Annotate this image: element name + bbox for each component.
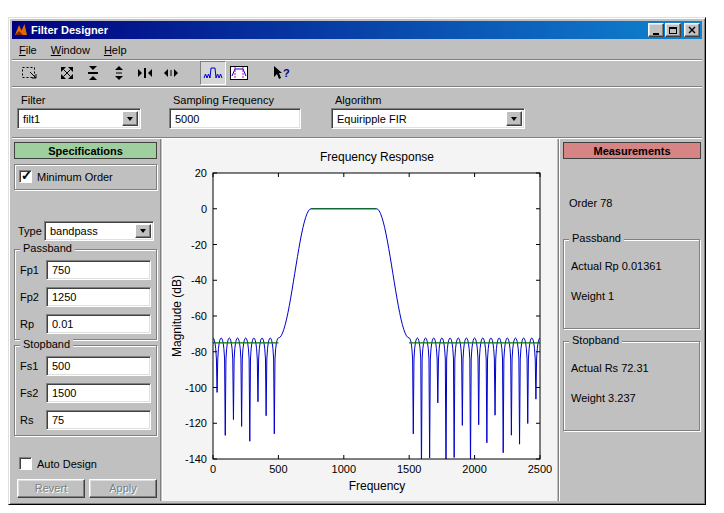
- stopband-weight-value: Weight 3.237: [571, 392, 636, 404]
- measurements-stopband-groupbox: Stopband Actual Rs 72.31 Weight 3.237: [563, 341, 700, 431]
- fp1-label: Fp1: [20, 264, 39, 276]
- passband-weight-value: Weight 1: [571, 290, 614, 302]
- chevron-down-icon: [127, 117, 133, 121]
- svg-text:0: 0: [210, 463, 216, 475]
- toolbar: ?: [12, 59, 702, 87]
- chart-title: Frequency Response: [320, 150, 434, 164]
- rs-input[interactable]: [46, 410, 151, 430]
- svg-text:20: 20: [195, 167, 207, 179]
- svg-text:-40: -40: [191, 274, 207, 286]
- rp-label: Rp: [20, 318, 34, 330]
- window-title: Filter Designer: [31, 24, 108, 36]
- fp2-label: Fp2: [20, 291, 39, 303]
- fs1-label: Fs1: [20, 360, 38, 372]
- svg-text:-20: -20: [191, 239, 207, 251]
- marquee-zoom-button[interactable]: [18, 61, 44, 85]
- passband-group-label: Passband: [20, 242, 75, 254]
- matlab-logo-icon: [14, 23, 28, 37]
- passband-view-icon: [229, 65, 249, 81]
- fp1-input[interactable]: [46, 260, 151, 280]
- type-label: Type: [18, 225, 42, 237]
- passband-view-button[interactable]: [226, 61, 252, 85]
- main-area: Specifications Minimum Order Type bandpa…: [12, 137, 702, 501]
- close-icon: [688, 26, 696, 34]
- svg-text:-60: -60: [191, 310, 207, 322]
- measurements-panel: Measurements Order 78 Passband Actual Rp…: [558, 139, 704, 501]
- sampling-frequency-label: Sampling Frequency: [173, 94, 274, 106]
- zoom-out-x-icon: [137, 65, 153, 81]
- chart-ylabel: Magnitude (dB): [170, 275, 184, 357]
- filter-dropdown-value: filt1: [18, 113, 120, 125]
- frequency-response-view-button[interactable]: [200, 61, 226, 85]
- measurements-stopband-label: Stopband: [569, 334, 622, 346]
- svg-text:2000: 2000: [462, 463, 486, 475]
- measurements-passband-groupbox: Passband Actual Rp 0.01361 Weight 1: [563, 239, 700, 329]
- zoom-out-x-button[interactable]: [132, 61, 158, 85]
- full-view-button[interactable]: [54, 61, 80, 85]
- measurements-passband-label: Passband: [569, 232, 624, 244]
- fp2-input[interactable]: [46, 287, 151, 307]
- zoom-out-y-icon: [85, 65, 101, 81]
- type-dropdown-value: bandpass: [45, 225, 133, 237]
- svg-text:1000: 1000: [332, 463, 356, 475]
- fs2-input[interactable]: [46, 383, 151, 403]
- plot-panel: 05001000150020002500200-20-40-60-80-100-…: [162, 139, 557, 501]
- fs1-input[interactable]: [46, 356, 151, 376]
- revert-button[interactable]: Revert: [17, 479, 85, 498]
- close-button[interactable]: [684, 23, 700, 37]
- type-dropdown[interactable]: bandpass: [44, 221, 154, 241]
- menubar: File Window Help: [12, 40, 702, 59]
- apply-button[interactable]: Apply: [89, 479, 157, 498]
- minimize-icon: [653, 33, 659, 35]
- auto-design-checkbox[interactable]: [19, 457, 32, 470]
- svg-text:500: 500: [269, 463, 287, 475]
- actual-rs-value: Actual Rs 72.31: [571, 362, 649, 374]
- svg-text:-80: -80: [191, 346, 207, 358]
- minimum-order-checkbox[interactable]: [19, 170, 32, 183]
- svg-text:-140: -140: [185, 453, 207, 465]
- stopband-groupbox: Stopband Fs1 Fs2 Rs: [14, 345, 157, 436]
- order-value: Order 78: [569, 197, 612, 209]
- svg-text:?: ?: [283, 67, 290, 79]
- context-help-button[interactable]: ?: [268, 61, 294, 85]
- sampling-frequency-input[interactable]: [169, 108, 301, 129]
- svg-text:2500: 2500: [528, 463, 552, 475]
- svg-text:1500: 1500: [397, 463, 421, 475]
- filter-label: Filter: [21, 94, 45, 106]
- maximize-button[interactable]: [665, 23, 681, 37]
- stopband-group-label: Stopband: [20, 338, 73, 350]
- zoom-out-y-button[interactable]: [80, 61, 106, 85]
- titlebar[interactable]: Filter Designer: [12, 21, 702, 39]
- algorithm-label: Algorithm: [335, 94, 381, 106]
- chevron-down-icon: [140, 229, 146, 233]
- menu-help[interactable]: Help: [97, 42, 134, 58]
- type-dropdown-button[interactable]: [135, 224, 151, 238]
- zoom-in-y-button[interactable]: [106, 61, 132, 85]
- chart-xlabel: Frequency: [349, 479, 406, 493]
- context-help-icon: ?: [271, 65, 291, 81]
- menu-file[interactable]: File: [12, 42, 44, 58]
- marquee-zoom-icon: [21, 65, 41, 81]
- zoom-in-x-button[interactable]: [158, 61, 184, 85]
- svg-text:-120: -120: [185, 417, 207, 429]
- algorithm-dropdown-button[interactable]: [506, 111, 522, 126]
- frequency-response-view-icon: [203, 65, 223, 81]
- algorithm-dropdown-value: Equiripple FIR: [332, 113, 504, 125]
- auto-design-label: Auto Design: [37, 458, 97, 470]
- frequency-response-plot[interactable]: 05001000150020002500200-20-40-60-80-100-…: [163, 139, 558, 501]
- filter-dropdown-button[interactable]: [122, 111, 138, 126]
- minimize-button[interactable]: [648, 23, 664, 37]
- fs2-label: Fs2: [20, 387, 38, 399]
- menu-window[interactable]: Window: [44, 42, 97, 58]
- specifications-panel: Specifications Minimum Order Type bandpa…: [12, 139, 161, 501]
- passband-groupbox: Passband Fp1 Fp2 Rp: [14, 249, 157, 340]
- rp-input[interactable]: [46, 314, 151, 334]
- zoom-in-x-icon: [163, 65, 179, 81]
- full-view-icon: [59, 65, 75, 81]
- filter-designer-window: Filter Designer File Window Help: [8, 17, 706, 505]
- specifications-header: Specifications: [14, 142, 157, 159]
- maximize-icon: [669, 27, 677, 34]
- algorithm-dropdown[interactable]: Equiripple FIR: [331, 108, 525, 129]
- filter-dropdown[interactable]: filt1: [17, 108, 141, 129]
- actual-rp-value: Actual Rp 0.01361: [571, 260, 662, 272]
